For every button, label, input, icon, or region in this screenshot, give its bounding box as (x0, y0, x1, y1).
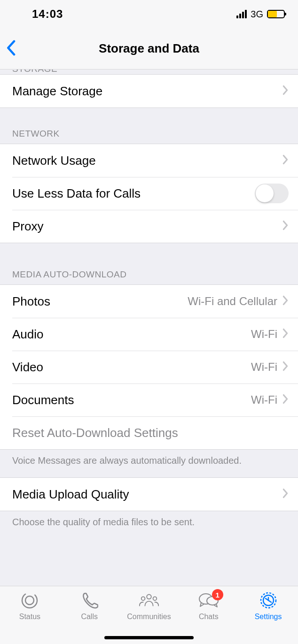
row-label: Media Upload Quality (12, 487, 282, 502)
tab-settings[interactable]: Settings (243, 591, 294, 644)
section-header-network: NETWORK (0, 108, 298, 144)
chevron-right-icon (282, 154, 289, 167)
video-row[interactable]: Video Wi-Fi (0, 351, 298, 383)
page-title: Storage and Data (0, 41, 298, 56)
tab-label: Status (19, 613, 40, 621)
row-value: Wi-Fi (251, 328, 277, 341)
row-value: Wi-Fi and Cellular (188, 295, 277, 308)
network-type-label: 3G (251, 9, 263, 20)
status-bar: 14:03 3G (0, 0, 298, 28)
chevron-right-icon (282, 328, 289, 340)
row-value: Wi-Fi (251, 360, 277, 374)
upload-note: Choose the quality of media files to be … (0, 511, 298, 539)
row-label: Video (12, 360, 251, 375)
chevron-right-icon (282, 85, 289, 97)
status-icon (19, 591, 40, 610)
tab-label: Communities (127, 613, 171, 621)
tab-label: Calls (81, 613, 98, 621)
use-less-data-toggle[interactable] (255, 184, 289, 203)
row-label: Use Less Data for Calls (12, 186, 255, 201)
media-autodownload-group: Photos Wi-Fi and Cellular Audio Wi-Fi Vi… (0, 284, 298, 450)
media-upload-quality-row[interactable]: Media Upload Quality (0, 478, 298, 511)
row-label: Reset Auto-Download Settings (12, 426, 289, 440)
upload-quality-group: Media Upload Quality (0, 477, 298, 511)
status-indicators: 3G (236, 9, 285, 20)
tab-status[interactable]: Status (4, 591, 55, 644)
use-less-data-row[interactable]: Use Less Data for Calls (0, 177, 298, 210)
back-button[interactable] (6, 40, 16, 58)
row-label: Audio (12, 327, 251, 342)
audio-row[interactable]: Audio Wi-Fi (0, 318, 298, 351)
svg-point-1 (25, 596, 34, 605)
photos-row[interactable]: Photos Wi-Fi and Cellular (0, 285, 298, 318)
svg-point-3 (141, 597, 145, 600)
row-label: Network Usage (12, 153, 282, 168)
phone-icon (79, 591, 100, 610)
chats-badge: 1 (212, 589, 223, 600)
status-time: 14:03 (32, 8, 63, 21)
chevron-right-icon (282, 220, 289, 232)
tab-bar: Status Calls Communities 1 (0, 586, 298, 644)
media-note: Voice Messages are always automatically … (0, 450, 298, 477)
chevron-right-icon (282, 361, 289, 373)
communities-icon (139, 591, 159, 610)
row-label: Photos (12, 294, 188, 309)
chevron-right-icon (282, 488, 289, 500)
manage-storage-row[interactable]: Manage Storage (0, 75, 298, 107)
documents-row[interactable]: Documents Wi-Fi (0, 383, 298, 416)
row-label: Manage Storage (12, 84, 282, 99)
signal-icon (236, 10, 247, 18)
gear-icon (258, 591, 279, 610)
storage-group: Manage Storage (0, 74, 298, 108)
chevron-right-icon (282, 394, 289, 406)
nav-header: Storage and Data (0, 28, 298, 69)
battery-icon (267, 10, 285, 18)
reset-autodownload-row[interactable]: Reset Auto-Download Settings (0, 416, 298, 449)
row-label: Proxy (12, 219, 282, 234)
tab-label: Settings (255, 613, 282, 621)
home-indicator[interactable] (104, 636, 194, 639)
tab-label: Chats (199, 613, 219, 621)
chevron-right-icon (282, 295, 289, 307)
row-value: Wi-Fi (251, 393, 277, 406)
svg-point-4 (153, 597, 157, 600)
svg-point-2 (147, 595, 151, 599)
section-header-media: MEDIA AUTO-DOWNLOAD (0, 243, 298, 284)
row-label: Documents (12, 393, 251, 407)
network-group: Network Usage Use Less Data for Calls Pr… (0, 144, 298, 243)
proxy-row[interactable]: Proxy (0, 210, 298, 243)
svg-point-0 (21, 591, 39, 609)
network-usage-row[interactable]: Network Usage (0, 144, 298, 177)
